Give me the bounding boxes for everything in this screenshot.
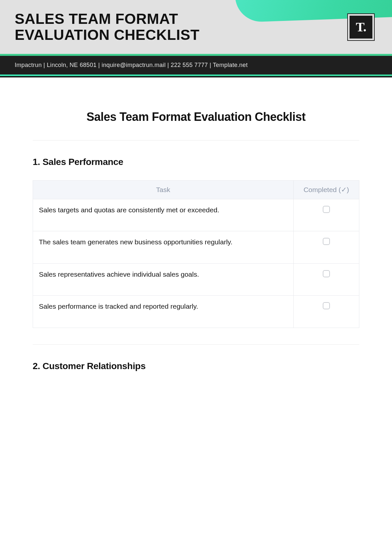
task-cell: The sales team generates new business op… [33, 231, 294, 263]
check-cell [293, 296, 359, 328]
column-header-task: Task [33, 181, 294, 199]
section-heading-2: 2. Customer Relationships [33, 361, 359, 371]
table-row: The sales team generates new business op… [33, 231, 359, 263]
column-header-completed: Completed (✓) [293, 181, 359, 199]
task-cell: Sales performance is tracked and reporte… [33, 296, 294, 328]
divider [33, 344, 359, 345]
header-title-line1: SALES TEAM FORMAT [15, 10, 178, 27]
logo-text: T. [356, 19, 366, 35]
section-heading-1: 1. Sales Performance [33, 157, 359, 167]
task-cell: Sales representatives achieve individual… [33, 263, 294, 295]
header-area: SALES TEAM FORMAT EVALUATION CHECKLIST T… [0, 0, 392, 54]
checkbox[interactable] [323, 206, 330, 213]
table-row: Sales performance is tracked and reporte… [33, 296, 359, 328]
header-title-line2: EVALUATION CHECKLIST [15, 26, 200, 43]
header-title: SALES TEAM FORMAT EVALUATION CHECKLIST [15, 11, 200, 43]
info-bar-text: Impactrun | Lincoln, NE 68501 | inquire@… [15, 62, 248, 68]
divider [33, 140, 359, 140]
checklist-table-1: Task Completed (✓) Sales targets and quo… [33, 180, 359, 328]
content-area: Sales Team Format Evaluation Checklist 1… [0, 77, 392, 371]
info-bar: Impactrun | Lincoln, NE 68501 | inquire@… [0, 56, 392, 74]
document-title: Sales Team Format Evaluation Checklist [33, 110, 359, 124]
check-cell [293, 231, 359, 263]
table-row: Sales targets and quotas are consistentl… [33, 199, 359, 231]
check-cell [293, 263, 359, 295]
task-cell: Sales targets and quotas are consistentl… [33, 199, 294, 231]
checkbox[interactable] [323, 270, 330, 277]
check-cell [293, 199, 359, 231]
checkbox[interactable] [323, 302, 330, 309]
checkbox[interactable] [323, 238, 330, 245]
logo: T. [348, 14, 374, 40]
table-row: Sales representatives achieve individual… [33, 263, 359, 295]
table-header-row: Task Completed (✓) [33, 181, 359, 199]
